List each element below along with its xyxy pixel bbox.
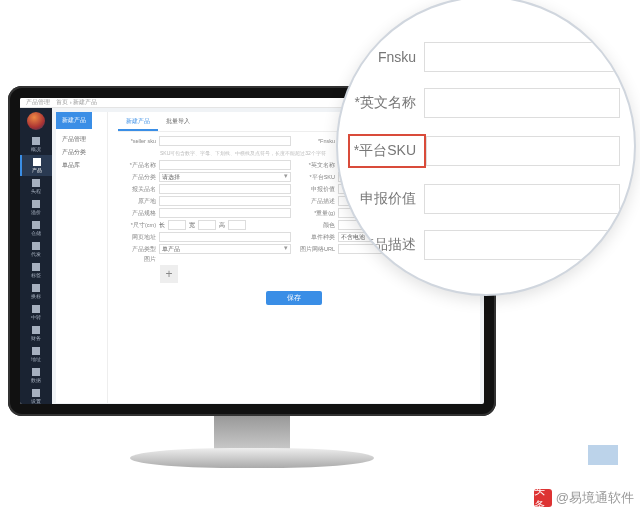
mag-label-fnsku: Fnsku <box>348 49 424 65</box>
mag-label-declare-value: 申报价值 <box>348 190 424 208</box>
label-origin: 原产地 <box>118 198 156 205</box>
label-category: 产品分类 <box>118 174 156 181</box>
declare-name-input[interactable] <box>159 184 291 194</box>
mag-en-name-input[interactable] <box>424 88 620 118</box>
swap-icon <box>32 284 40 292</box>
sidebar-item-storage[interactable]: 仓储 <box>20 218 52 239</box>
mag-fnsku-input[interactable] <box>424 42 620 72</box>
size-inputs: 长 宽 高 <box>159 220 246 230</box>
tab-batch[interactable]: 批量导入 <box>158 114 198 131</box>
label-url: 网页地址 <box>118 234 156 241</box>
label-declare-name: 报关品名 <box>118 186 156 193</box>
box-icon <box>33 158 41 166</box>
topbar-title: 产品管理 <box>26 98 50 107</box>
name-input[interactable] <box>159 160 291 170</box>
warehouse-icon <box>32 221 40 229</box>
topbar-path: 首页 › 新建产品 <box>56 98 97 107</box>
magnifier: Fnsku *英文名称 *平台SKU 申报价值 产品描述 <box>336 0 636 296</box>
label-weight: *重量(g) <box>297 210 335 217</box>
menu-item-manage[interactable]: 产品管理 <box>62 133 101 146</box>
mag-label-en-name: *英文名称 <box>348 94 424 112</box>
label-kind: 单件种类 <box>297 234 335 241</box>
sidebar-item-product[interactable]: 产品 <box>20 155 52 176</box>
tab-new-product[interactable]: 新建产品 <box>56 112 92 129</box>
left-tabs: 新建产品 <box>56 112 107 129</box>
magnifier-content: Fnsku *英文名称 *平台SKU 申报价值 产品描述 <box>338 0 634 286</box>
add-image-button[interactable]: + <box>160 265 178 283</box>
toutiao-icon: 头条 <box>534 489 552 507</box>
sidebar: 概况 产品 头程 溢价 仓储 代发 标签 换标 中转 财务 地址 数据 设置 <box>20 108 52 404</box>
sidebar-item-relabel[interactable]: 换标 <box>20 281 52 302</box>
tag-icon <box>32 200 40 208</box>
label-color: 颜色 <box>297 222 335 229</box>
label-img: 图片 <box>118 256 156 263</box>
label-img-url: 图片网络URL <box>297 246 335 253</box>
sidebar-item-settings[interactable]: 设置 <box>20 386 52 404</box>
monitor-stand-neck <box>214 416 290 452</box>
label-fnsku: *Fnsku <box>297 138 335 144</box>
url-input[interactable] <box>159 232 291 242</box>
spec-input[interactable] <box>159 208 291 218</box>
origin-input[interactable] <box>159 196 291 206</box>
sidebar-item-premium[interactable]: 溢价 <box>20 197 52 218</box>
send-icon <box>32 242 40 250</box>
menu-item-category[interactable]: 产品分类 <box>62 146 101 159</box>
blue-box <box>588 445 618 465</box>
length-input[interactable] <box>168 220 186 230</box>
sidebar-item-firstmile[interactable]: 头程 <box>20 176 52 197</box>
sidebar-item-finance[interactable]: 财务 <box>20 323 52 344</box>
arrows-icon <box>32 305 40 313</box>
yen-icon <box>32 326 40 334</box>
label-spec: 产品规格 <box>118 210 156 217</box>
type-select[interactable]: 单产品 <box>159 244 291 254</box>
width-input[interactable] <box>198 220 216 230</box>
category-select[interactable]: 请选择 <box>159 172 291 182</box>
left-column: 新建产品 产品管理 产品分类 单品库 <box>56 112 108 403</box>
watermark: 头条 @易境通软件 <box>534 489 634 507</box>
monitor-stand-base <box>130 448 374 468</box>
sidebar-item-transfer[interactable]: 中转 <box>20 302 52 323</box>
avatar[interactable] <box>27 112 45 130</box>
label-name: *产品名称 <box>118 162 156 169</box>
truck-icon <box>32 179 40 187</box>
sidebar-item-address[interactable]: 地址 <box>20 344 52 365</box>
label-desc: 产品描述 <box>297 198 335 205</box>
label-en-name: *英文名称 <box>297 162 335 169</box>
label-size: *尺寸(cm) <box>118 222 156 229</box>
gear-icon <box>32 389 40 397</box>
label-declare-value: 申报价值 <box>297 186 335 193</box>
tab-new[interactable]: 新建产品 <box>118 114 158 131</box>
label-icon <box>32 263 40 271</box>
sidebar-item-dropship[interactable]: 代发 <box>20 239 52 260</box>
chart-icon <box>32 368 40 376</box>
mag-declare-value-input[interactable] <box>424 184 620 214</box>
label-platform-sku: *平台SKU <box>297 174 335 181</box>
sidebar-item-label[interactable]: 标签 <box>20 260 52 281</box>
seller-sku-input[interactable] <box>159 136 291 146</box>
sidebar-item-data[interactable]: 数据 <box>20 365 52 386</box>
watermark-user: @易境通软件 <box>556 489 634 507</box>
sidebar-item-overview[interactable]: 概况 <box>20 134 52 155</box>
home-icon <box>32 137 40 145</box>
mag-platform-sku-input[interactable] <box>426 136 620 166</box>
mag-label-platform-sku: *平台SKU <box>348 134 426 168</box>
label-type: 产品类型 <box>118 246 156 253</box>
label-seller-sku: *seller sku <box>118 138 156 144</box>
height-input[interactable] <box>228 220 246 230</box>
menu-item-single[interactable]: 单品库 <box>62 159 101 172</box>
mag-desc-input[interactable] <box>424 230 620 260</box>
save-button[interactable]: 保存 <box>266 291 322 305</box>
pin-icon <box>32 347 40 355</box>
left-menu: 产品管理 产品分类 单品库 <box>56 129 107 176</box>
